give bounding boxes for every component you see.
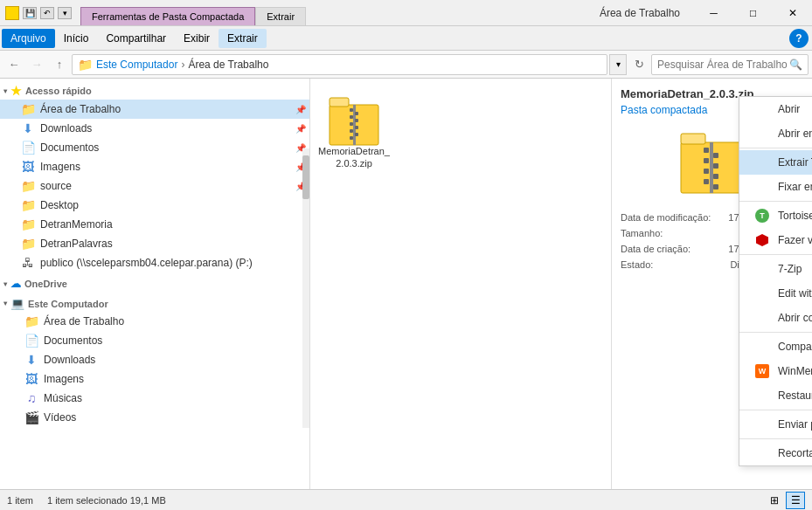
help-button[interactable]: ? xyxy=(789,29,809,48)
search-bar[interactable]: 🔍 xyxy=(651,54,809,75)
menu-inicio[interactable]: Início xyxy=(55,29,98,48)
svg-rect-9 xyxy=(350,129,353,133)
svg-rect-3 xyxy=(350,108,353,112)
menu-exibir[interactable]: Exibir xyxy=(175,29,219,48)
ctx-compartilhar-icon xyxy=(753,340,771,354)
close-btn[interactable]: ✕ xyxy=(773,0,812,26)
sidebar-label-comp-imagens: Imagens xyxy=(44,373,84,385)
onedrive-label: OneDrive xyxy=(24,279,67,289)
sidebar-item-detranmemoria[interactable]: 📁 DetranMemoria xyxy=(0,215,309,234)
sidebar-item-source[interactable]: 📁 source 📌 xyxy=(0,176,309,196)
minimize-btn[interactable]: ─ xyxy=(694,0,733,26)
docs-icon: 📄 xyxy=(21,141,35,155)
svg-rect-2 xyxy=(353,105,356,145)
ctx-abrir-com-label: Abrir com... xyxy=(778,312,812,324)
ctx-varredura-label: Fazer varredura para encontrar ameaças xyxy=(778,234,812,246)
ctx-enviar-para[interactable]: Enviar para ▶ xyxy=(739,412,812,437)
quick-access-btn[interactable]: 💾 xyxy=(23,7,37,19)
detail-created-label: Data de criação: xyxy=(621,244,691,254)
detail-modified-label: Data de modificação: xyxy=(621,212,711,223)
scrollbar-thumb[interactable] xyxy=(302,155,309,199)
menu-bar: Arquivo Início Compartilhar Exibir Extra… xyxy=(0,26,812,51)
address-dropdown-btn[interactable]: ▾ xyxy=(609,54,627,75)
breadcrumb-computer[interactable]: Este Computador xyxy=(96,59,177,71)
breadcrumb-sep1: › xyxy=(181,59,184,71)
ctx-restaurar[interactable]: Restaurar versões anteriores xyxy=(739,383,812,408)
svg-rect-5 xyxy=(350,115,353,119)
tab-ferramentas[interactable]: Ferramentas de Pasta Compactada xyxy=(80,7,255,25)
status-view-buttons: ⊞ ☰ xyxy=(765,492,805,509)
sidebar-item-imagens-pinned[interactable]: 🖼 Imagens 📌 xyxy=(0,157,309,176)
ctx-enviar-label: Enviar para xyxy=(778,418,812,431)
back-btn[interactable]: ← xyxy=(3,54,24,75)
onedrive-arrow: ▾ xyxy=(3,280,7,288)
up-btn[interactable]: ↑ xyxy=(49,54,70,75)
status-bar: 1 item 1 item selecionado 19,1 MB ⊞ ☰ xyxy=(0,489,812,510)
scrollbar-track[interactable] xyxy=(302,148,309,428)
ctx-tortoisegit-icon: T xyxy=(753,209,771,223)
sidebar-label-desktop: Desktop xyxy=(40,199,79,211)
ctx-abrir-label: Abrir xyxy=(778,103,800,115)
svg-rect-20 xyxy=(713,174,718,179)
sidebar-item-musicas[interactable]: ♫ Músicas xyxy=(0,389,309,408)
svg-rect-1 xyxy=(330,98,349,107)
ctx-shield-icon xyxy=(753,233,771,247)
svg-rect-13 xyxy=(681,134,705,144)
properties-btn[interactable]: ▾ xyxy=(58,7,72,19)
sidebar-item-area-trabalho-pinned[interactable]: 📁 Área de Trabalho 📌 xyxy=(0,100,309,119)
ctx-sep5 xyxy=(739,410,812,410)
ctx-abrir[interactable]: Abrir xyxy=(739,97,812,121)
ctx-recortar[interactable]: Recortar xyxy=(739,441,812,465)
network-drive-icon: 🖧 xyxy=(21,256,35,270)
sidebar-item-documentos-pinned[interactable]: 📄 Documentos 📌 xyxy=(0,138,309,157)
sidebar-item-videos[interactable]: 🎬 Vídeos xyxy=(0,408,309,427)
ctx-varredura[interactable]: Fazer varredura para encontrar ameaças xyxy=(739,228,812,252)
breadcrumb[interactable]: 📁 Este Computador › Área de Trabalho xyxy=(72,54,607,75)
onedrive-header[interactable]: ▾ ☁ OneDrive xyxy=(0,272,309,292)
undo-btn[interactable]: ↶ xyxy=(40,7,54,19)
sidebar-label-musicas: Músicas xyxy=(44,392,82,404)
sidebar-item-publico[interactable]: 🖧 publico (\\sceleparsmb04.celepar.paran… xyxy=(0,253,309,272)
sidebar-item-documentos-comp[interactable]: 📄 Documentos xyxy=(0,331,309,350)
ctx-tortoisegit[interactable]: T TortoiseGit ▶ xyxy=(739,203,812,228)
svg-rect-16 xyxy=(713,153,718,158)
ctx-sep4 xyxy=(739,332,812,333)
sidebar-item-imagens-comp[interactable]: 🖼 Imagens xyxy=(0,369,309,389)
detail-icon xyxy=(677,125,747,203)
ctx-compartilhar-label: Compartilhar com xyxy=(778,341,812,353)
menu-extrair[interactable]: Extrair xyxy=(219,29,267,48)
onedrive-icon: ☁ xyxy=(10,278,21,290)
menu-arquivo[interactable]: Arquivo xyxy=(2,29,55,48)
svg-rect-19 xyxy=(704,169,709,174)
ctx-7zip[interactable]: 7-Zip ▶ xyxy=(739,257,812,281)
ctx-winmerge[interactable]: W WinMerge xyxy=(739,359,812,383)
ctx-fixar[interactable]: Fixar em Iniciar xyxy=(739,175,812,199)
sidebar-item-downloads-comp[interactable]: ⬇ Downloads xyxy=(0,350,309,369)
maximize-btn[interactable]: □ xyxy=(733,0,773,26)
computer-header[interactable]: ▾ 💻 Este Computador xyxy=(0,292,309,312)
ctx-abrir-nova-janela[interactable]: Abrir em nova janela xyxy=(739,121,812,146)
menu-compartilhar[interactable]: Compartilhar xyxy=(97,29,175,48)
sidebar-item-downloads-pinned[interactable]: ⬇ Downloads 📌 xyxy=(0,119,309,138)
ctx-recortar-icon xyxy=(753,446,771,460)
ctx-7zip-icon xyxy=(753,262,771,276)
ctx-compartilhar-com[interactable]: Compartilhar com ▶ xyxy=(739,334,812,359)
ctx-notepad[interactable]: Edit with Notepad++ xyxy=(739,281,812,306)
forward-btn[interactable]: → xyxy=(26,54,47,75)
svg-rect-17 xyxy=(704,158,709,163)
sidebar-item-detranpalavras[interactable]: 📁 DetranPalavras xyxy=(0,234,309,253)
pin-icon: 📌 xyxy=(295,105,306,114)
tab-extrair[interactable]: Extrair xyxy=(255,7,306,25)
view-icons-btn[interactable]: ⊞ xyxy=(765,492,784,509)
file-item-zip[interactable]: MemoriaDetran_2.0.3.zip xyxy=(319,87,389,174)
quick-access-header[interactable]: ▾ ★ Acesso rápido xyxy=(0,79,309,100)
sidebar-item-area-trabalho-comp[interactable]: 📁 Área de Trabalho xyxy=(0,312,309,331)
view-details-btn[interactable]: ☰ xyxy=(786,492,805,509)
context-menu: Abrir Abrir em nova janela Extrair Tudo.… xyxy=(739,96,812,466)
refresh-btn[interactable]: ↻ xyxy=(628,54,649,75)
sidebar-item-desktop[interactable]: 📁 Desktop xyxy=(0,196,309,215)
ctx-extrair-tudo[interactable]: Extrair Tudo... xyxy=(739,150,812,175)
search-input[interactable] xyxy=(657,59,789,71)
svg-rect-22 xyxy=(713,184,718,190)
ctx-abrir-com[interactable]: Abrir com... xyxy=(739,306,812,330)
